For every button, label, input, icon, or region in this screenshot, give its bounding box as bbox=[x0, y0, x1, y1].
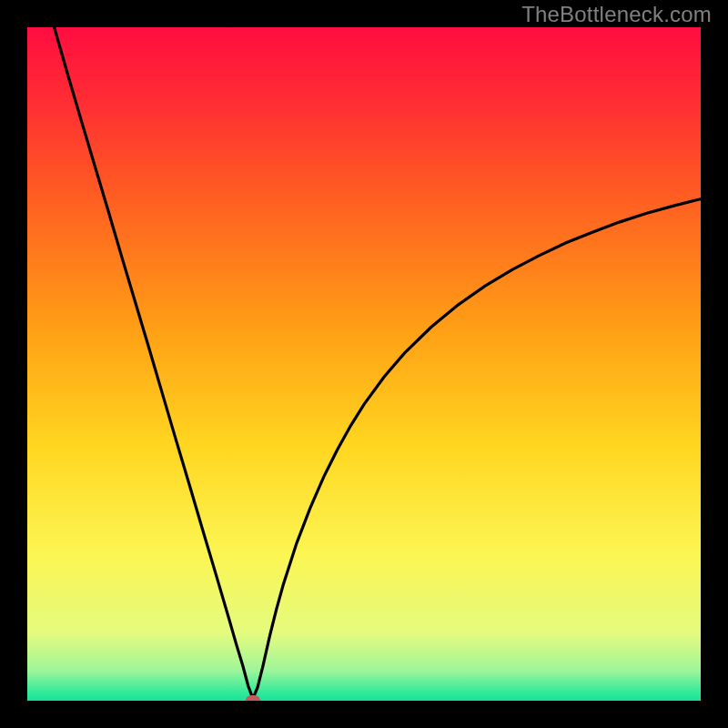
watermark-text: TheBottleneck.com bbox=[521, 2, 712, 27]
gradient-background bbox=[27, 27, 701, 701]
chart-container: TheBottleneck.com bbox=[0, 0, 728, 728]
chart-plot-area bbox=[27, 27, 701, 701]
